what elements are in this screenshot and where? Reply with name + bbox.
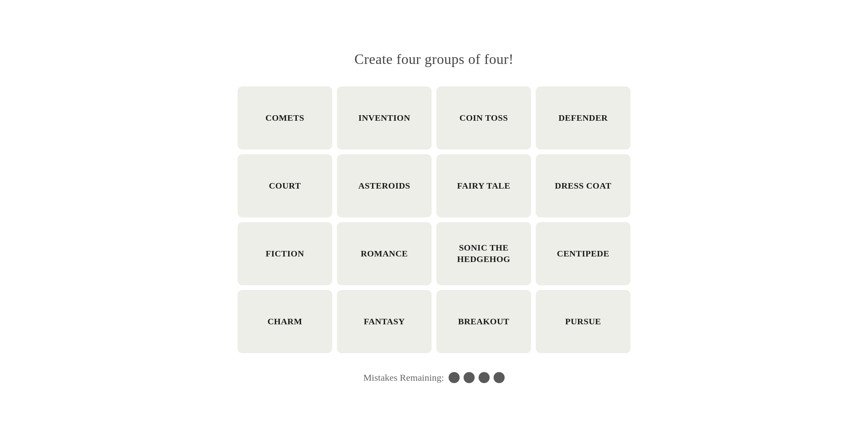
tile-dress-coat[interactable]: DRESS COAT [536, 154, 630, 217]
tile-label-defender: DEFENDER [558, 112, 608, 124]
tile-breakout[interactable]: BREAKOUT [436, 290, 531, 353]
page-title: Create four groups of four! [354, 51, 513, 67]
tile-label-breakout: BREAKOUT [458, 316, 509, 327]
tile-sonic[interactable]: SONIC THE HEDGEHOG [436, 222, 531, 285]
tile-defender[interactable]: DEFENDER [536, 86, 630, 150]
tile-label-romance: ROMANCE [361, 248, 408, 260]
tile-asteroids[interactable]: ASTEROIDS [337, 154, 432, 217]
mistakes-label: Mistakes Remaining: [363, 372, 444, 383]
tile-charm[interactable]: CHARM [238, 290, 332, 353]
tile-fairy-tale[interactable]: FAIRY TALE [436, 154, 531, 217]
tile-comets[interactable]: COMETS [238, 86, 332, 150]
mistakes-area: Mistakes Remaining: [363, 372, 505, 383]
tile-label-coin-toss: COIN TOSS [460, 112, 508, 124]
tile-label-sonic: SONIC THE HEDGEHOG [443, 242, 525, 265]
mistake-dot-2 [464, 372, 475, 383]
tile-pursue[interactable]: PURSUE [536, 290, 630, 353]
tile-fantasy[interactable]: FANTASY [337, 290, 432, 353]
mistake-dot-3 [479, 372, 490, 383]
tile-invention[interactable]: INVENTION [337, 86, 432, 150]
tile-label-comets: COMETS [266, 112, 304, 124]
tile-centipede[interactable]: CENTIPEDE [536, 222, 630, 285]
tile-label-fairy-tale: FAIRY TALE [457, 180, 511, 192]
mistake-dot-1 [449, 372, 460, 383]
tile-label-invention: INVENTION [358, 112, 410, 124]
tile-label-charm: CHARM [268, 316, 302, 327]
tile-label-fantasy: FANTASY [364, 316, 405, 327]
tile-label-fiction: FICTION [266, 248, 304, 260]
tile-label-court: COURT [269, 180, 301, 192]
mistakes-dots [449, 372, 505, 383]
word-grid: COMETSINVENTIONCOIN TOSSDEFENDERCOURTAST… [238, 86, 630, 353]
tile-label-centipede: CENTIPEDE [557, 248, 610, 260]
tile-fiction[interactable]: FICTION [238, 222, 332, 285]
tile-court[interactable]: COURT [238, 154, 332, 217]
tile-label-dress-coat: DRESS COAT [555, 180, 611, 192]
mistake-dot-4 [494, 372, 505, 383]
tile-label-asteroids: ASTEROIDS [358, 180, 410, 192]
tile-coin-toss[interactable]: COIN TOSS [436, 86, 531, 150]
tile-romance[interactable]: ROMANCE [337, 222, 432, 285]
tile-label-pursue: PURSUE [565, 316, 601, 327]
